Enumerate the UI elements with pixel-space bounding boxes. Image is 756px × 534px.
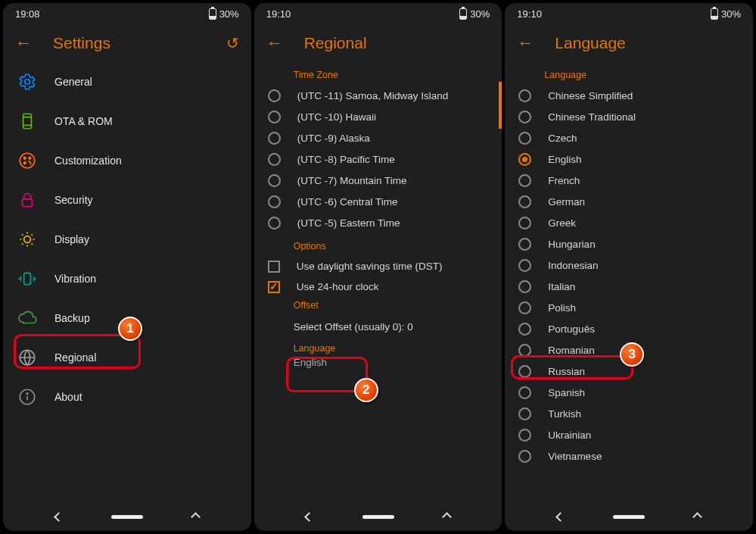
settings-item-regional[interactable]: Regional <box>3 338 251 377</box>
language-label: Turkish <box>548 408 581 420</box>
offset-block[interactable]: Offset <box>254 297 502 321</box>
option-item[interactable]: Use daylight savings time (DST) <box>254 256 502 276</box>
radio-icon <box>518 450 531 463</box>
svg-point-5 <box>23 157 26 159</box>
settings-item-general[interactable]: General <box>3 62 251 101</box>
language-option[interactable]: French <box>505 170 753 191</box>
radio-icon <box>268 195 281 208</box>
option-item[interactable]: Use 24-hour clock <box>254 276 502 297</box>
settings-item-ota-rom[interactable]: OTA & ROM <box>3 101 251 141</box>
offset-value: Select Offset (usually 0): 0 <box>254 321 502 340</box>
language-option[interactable]: Polish <box>505 297 753 318</box>
timezone-label: (UTC -10) Hawaii <box>297 111 376 123</box>
language-option[interactable]: Russian <box>505 361 753 382</box>
language-label: German <box>548 196 585 208</box>
page-title: Regional <box>304 34 490 52</box>
nav-back-icon[interactable] <box>54 512 64 522</box>
language-label: Indonesian <box>548 260 598 271</box>
option-label: Use 24-hour clock <box>297 281 379 292</box>
settings-item-label: General <box>54 76 92 88</box>
nav-home-icon[interactable] <box>362 515 394 519</box>
language-option[interactable]: Czech <box>505 127 753 148</box>
language-value: English <box>294 357 489 368</box>
language-label: Czech <box>548 133 577 144</box>
language-option[interactable]: Turkish <box>505 403 753 424</box>
language-option[interactable]: Ukrainian <box>505 424 753 445</box>
timezone-label: (UTC -11) Samoa, Midway Island <box>297 90 449 101</box>
nav-back-icon[interactable] <box>304 512 314 522</box>
settings-item-backup[interactable]: Backup <box>3 298 251 338</box>
svg-point-6 <box>29 157 31 159</box>
back-icon[interactable]: ← <box>517 33 534 53</box>
phone-settings: 19:08 30% ← Settings ↺ GeneralOTA & ROMC… <box>3 3 251 531</box>
reset-icon[interactable]: ↺ <box>226 34 239 52</box>
clock: 19:10 <box>266 8 291 20</box>
language-label: Ukrainian <box>548 429 591 441</box>
back-icon[interactable]: ← <box>15 33 32 53</box>
settings-item-label: Backup <box>54 312 90 324</box>
svg-rect-10 <box>24 273 31 284</box>
radio-icon <box>518 429 531 442</box>
radio-icon <box>518 408 531 420</box>
radio-icon <box>268 89 281 102</box>
settings-item-customization[interactable]: Customization <box>3 141 251 180</box>
radio-icon <box>268 174 281 187</box>
navbar <box>505 502 753 531</box>
nav-home-icon[interactable] <box>613 515 645 519</box>
radio-icon <box>518 174 531 187</box>
phone-language: 19:10 30% ← Language Language Chinese Si… <box>505 3 753 531</box>
appbar: ← Language <box>505 24 753 62</box>
back-icon[interactable]: ← <box>266 33 283 53</box>
timezone-label: (UTC -8) Pacific Time <box>297 154 395 165</box>
settings-item-label: Security <box>54 194 93 206</box>
radio-icon <box>518 259 531 272</box>
settings-item-about[interactable]: About <box>3 377 251 417</box>
settings-item-vibration[interactable]: Vibration <box>3 259 251 298</box>
timezone-option[interactable]: (UTC -5) Eastern Time <box>254 212 502 233</box>
timezone-option[interactable]: (UTC -7) Mountain Time <box>254 170 502 191</box>
nav-recent-icon[interactable] <box>191 512 201 522</box>
radio-icon <box>518 217 531 230</box>
page-title: Language <box>555 34 741 52</box>
clock: 19:10 <box>517 8 542 20</box>
language-option[interactable]: Italian <box>505 276 753 297</box>
language-label: Português <box>548 323 595 335</box>
settings-item-label: About <box>54 391 82 403</box>
language-option[interactable]: German <box>505 191 753 212</box>
radio-icon <box>518 386 531 399</box>
battery-icon <box>459 8 467 20</box>
timezone-option[interactable]: (UTC -9) Alaska <box>254 127 502 148</box>
language-option[interactable]: English <box>505 148 753 170</box>
nav-recent-icon[interactable] <box>693 512 703 522</box>
timezone-option[interactable]: (UTC -10) Hawaii <box>254 106 502 127</box>
battery-icon <box>209 8 216 20</box>
radio-icon <box>268 153 281 166</box>
settings-item-security[interactable]: Security <box>3 180 251 220</box>
language-label: Russian <box>548 366 585 377</box>
scroll-indicator[interactable] <box>499 82 502 129</box>
radio-icon <box>268 132 281 145</box>
battery-pct: 30% <box>219 8 239 20</box>
nav-home-icon[interactable] <box>111 515 143 519</box>
nav-back-icon[interactable] <box>555 512 565 522</box>
checkbox-icon <box>268 261 280 273</box>
language-option[interactable]: Romanian <box>505 339 753 361</box>
timezone-option[interactable]: (UTC -6) Central Time <box>254 191 502 212</box>
language-label: French <box>548 175 580 186</box>
timezone-option[interactable]: (UTC -8) Pacific Time <box>254 148 502 170</box>
language-option[interactable]: Vietnamese <box>505 445 753 467</box>
language-option[interactable]: Indonesian <box>505 255 753 276</box>
timezone-option[interactable]: (UTC -11) Samoa, Midway Island <box>254 85 502 106</box>
language-option[interactable]: Spanish <box>505 382 753 403</box>
language-label: English <box>548 154 581 165</box>
settings-item-display[interactable]: Display <box>3 220 251 259</box>
language-option[interactable]: Português <box>505 318 753 339</box>
nav-recent-icon[interactable] <box>442 512 452 522</box>
language-option[interactable]: Greek <box>505 212 753 233</box>
security-icon <box>17 189 38 211</box>
language-block[interactable]: Language English <box>254 340 502 376</box>
language-option[interactable]: Hungarian <box>505 233 753 255</box>
language-option[interactable]: Chinese Simplified <box>505 85 753 106</box>
language-option[interactable]: Chinese Traditional <box>505 106 753 127</box>
settings-item-label: Vibration <box>54 273 96 285</box>
